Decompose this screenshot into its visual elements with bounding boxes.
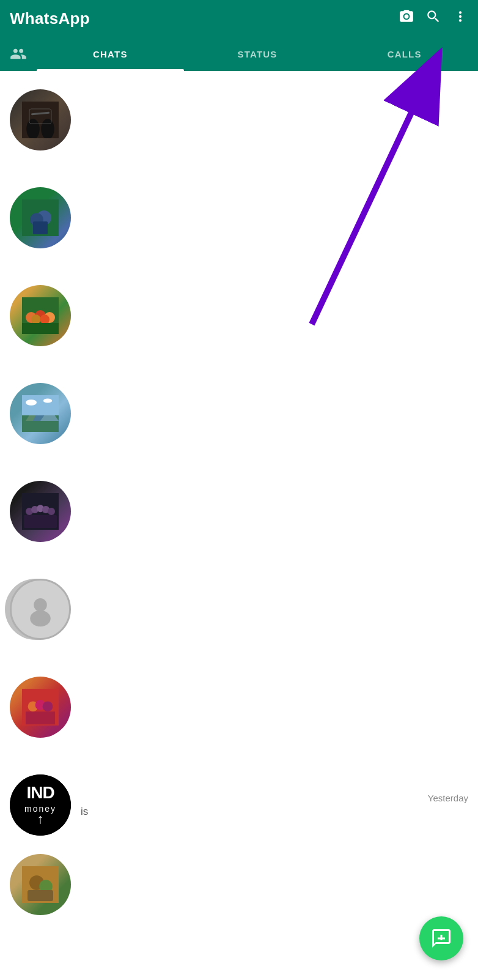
svg-point-23: [43, 398, 52, 403]
chat-item-ind-money[interactable]: IND money ↑ Yesterday is: [0, 756, 478, 854]
avatar-ind-money: IND money ↑: [10, 774, 71, 836]
svg-rect-41: [28, 890, 53, 901]
svg-rect-15: [22, 323, 59, 334]
svg-rect-21: [22, 395, 59, 415]
avatar: [10, 677, 71, 738]
camera-icon[interactable]: [399, 9, 414, 28]
chat-item[interactable]: [0, 267, 478, 365]
svg-point-22: [26, 399, 37, 406]
svg-rect-4: [29, 109, 51, 124]
tab-chats[interactable]: CHATS: [37, 37, 184, 71]
svg-rect-37: [26, 711, 55, 724]
new-chat-fab[interactable]: [419, 916, 463, 960]
svg-rect-30: [24, 515, 57, 528]
svg-rect-8: [33, 221, 48, 234]
chat-item[interactable]: [0, 71, 478, 169]
search-icon[interactable]: [425, 9, 441, 28]
ind-label: IND: [26, 783, 54, 803]
avatar: [10, 89, 71, 150]
chat-info: Yesterday is: [71, 793, 468, 818]
app-title: WhatsApp: [10, 9, 90, 28]
tab-calls-label: CALLS: [388, 49, 422, 59]
chat-item[interactable]: [0, 365, 478, 462]
svg-point-32: [30, 611, 51, 626]
avatar: [10, 187, 71, 248]
chat-preview: is: [81, 806, 468, 818]
chat-item[interactable]: [0, 854, 478, 915]
chat-item[interactable]: [0, 462, 478, 560]
tab-bar: CHATS STATUS CALLS: [0, 37, 478, 71]
svg-point-14: [40, 314, 50, 324]
avatar: [10, 481, 71, 542]
chat-list: IND money ↑ Yesterday is: [0, 71, 478, 915]
chat-item[interactable]: [0, 560, 478, 658]
svg-point-29: [48, 508, 55, 515]
avatar: [10, 383, 71, 444]
app-header: WhatsApp: [0, 0, 478, 37]
chat-item[interactable]: [0, 658, 478, 756]
tab-status[interactable]: STATUS: [184, 37, 331, 71]
tab-status-label: STATUS: [238, 49, 278, 59]
svg-rect-45: [438, 938, 445, 940]
tab-community[interactable]: [0, 45, 37, 62]
ind-arrow-up: ↑: [37, 811, 44, 827]
chat-timestamp: Yesterday: [428, 793, 468, 803]
chat-item[interactable]: [0, 169, 478, 267]
more-options-icon[interactable]: [452, 9, 468, 28]
tab-chats-label: CHATS: [93, 49, 128, 59]
svg-point-31: [34, 598, 47, 612]
header-actions: [399, 9, 468, 28]
svg-point-13: [31, 314, 41, 324]
tab-calls[interactable]: CALLS: [331, 37, 478, 71]
avatar: [10, 285, 71, 346]
avatar: [10, 854, 71, 915]
svg-point-36: [43, 701, 53, 711]
avatar: [10, 579, 71, 640]
